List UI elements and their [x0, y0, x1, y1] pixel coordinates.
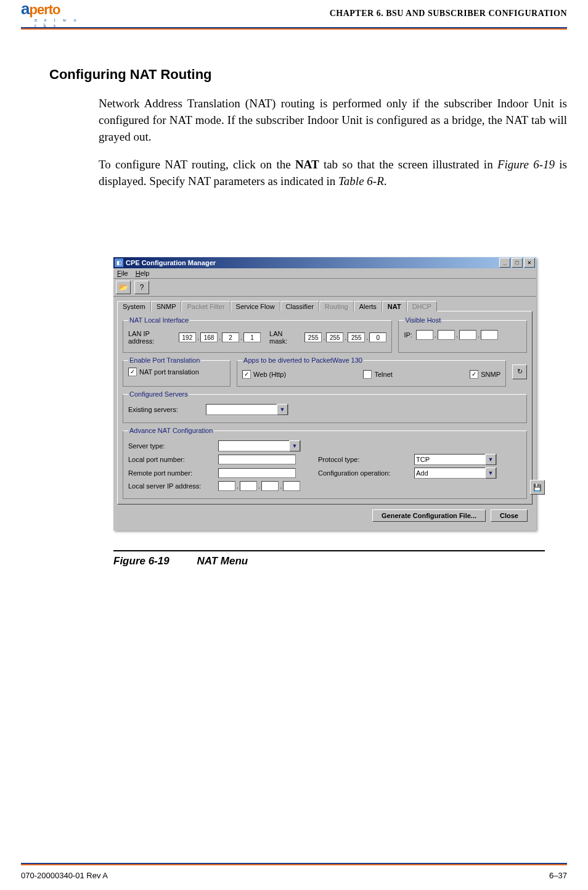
lan-ip-label: LAN IP address: — [128, 330, 175, 345]
section-title: Configuring NAT Routing — [49, 67, 567, 83]
tab-service-flow[interactable]: Service Flow — [231, 301, 280, 311]
figure-caption: Figure 6-19 NAT Menu — [113, 555, 567, 567]
header-rule — [21, 27, 567, 30]
help-icon[interactable]: ? — [134, 281, 149, 294]
visible-host-ip-label: IP: — [404, 331, 412, 339]
visible-host-ip-input[interactable]: . . . — [416, 330, 498, 340]
logo: aperto n e t w o r k s — [21, 2, 88, 25]
server-type-combo[interactable]: ▼ — [218, 440, 301, 451]
existing-servers-combo[interactable]: ▼ — [206, 404, 288, 415]
group-apps-divert: Apps to be diverted to PacketWave 130 ✓ … — [237, 356, 506, 387]
telnet-checkbox[interactable]: Telnet — [363, 370, 392, 379]
doc-id: 070-20000340-01 Rev A — [21, 871, 108, 880]
tab-alerts[interactable]: Alerts — [354, 301, 382, 311]
config-op-label: Configuration operation: — [318, 469, 410, 477]
chevron-down-icon[interactable]: ▼ — [289, 440, 300, 451]
group-nat-local-interface: NAT Local Interface LAN IP address: . . … — [123, 316, 392, 353]
page-header: aperto n e t w o r k s CHAPTER 6. BSU AN… — [21, 0, 567, 30]
tab-classifier[interactable]: Classifier — [280, 301, 319, 311]
tab-snmp[interactable]: SNMP — [151, 301, 182, 311]
footer-rule — [21, 863, 567, 865]
server-type-label: Server type: — [128, 442, 214, 450]
local-server-ip-label: Local server IP address: — [128, 482, 214, 490]
paragraph-2: To configure NAT routing, click on the N… — [99, 156, 567, 189]
remote-port-input[interactable] — [218, 468, 296, 478]
local-port-input[interactable] — [218, 455, 296, 464]
refresh-icon[interactable]: ↻ — [512, 365, 527, 379]
config-op-combo[interactable]: ▼ — [414, 468, 497, 479]
toolbar: 📂 ? — [113, 279, 536, 297]
page-footer: 070-20000340-01 Rev A 6–37 — [21, 871, 567, 880]
lan-ip-input[interactable]: . . . — [179, 332, 261, 342]
protocol-type-label: Protocol type: — [318, 456, 410, 463]
open-icon[interactable]: 📂 — [116, 281, 131, 294]
menu-file[interactable]: File — [117, 270, 128, 277]
tab-system[interactable]: System — [117, 301, 151, 311]
remote-port-label: Remote port number: — [128, 469, 214, 477]
paragraph-1: Network Address Translation (NAT) routin… — [99, 95, 567, 145]
local-port-label: Local port number: — [128, 456, 214, 463]
local-server-ip-input[interactable]: . . . — [218, 481, 300, 491]
group-configured-servers: Configured Servers Existing servers: ▼ — [123, 390, 527, 423]
protocol-type-combo[interactable]: ▼ — [414, 454, 497, 465]
group-advance-nat: Advance NAT Configuration Server type: ▼… — [123, 427, 527, 499]
nat-port-translation-checkbox[interactable]: ✓ NAT port translation — [128, 368, 199, 376]
figure-rule — [113, 550, 545, 551]
window-title: CPE Configuration Manager — [126, 259, 216, 266]
menu-help[interactable]: Help — [136, 270, 150, 277]
group-visible-host: Visible Host IP: . . . — [398, 316, 527, 353]
close-button[interactable]: Close — [491, 509, 528, 522]
system-icon: ◧ — [115, 258, 123, 267]
tabs: System SNMP Packet Filter Service Flow C… — [117, 300, 533, 311]
titlebar: ◧ CPE Configuration Manager _ □ × — [113, 257, 536, 268]
page-number: 6–37 — [549, 871, 567, 880]
tab-packet-filter: Packet Filter — [181, 301, 230, 311]
tab-routing: Routing — [319, 301, 354, 311]
button-bar: Generate Configuration File... Close — [117, 505, 533, 527]
chevron-down-icon[interactable]: ▼ — [485, 454, 496, 465]
maximize-button[interactable]: □ — [512, 258, 523, 268]
snmp-checkbox[interactable]: ✓ SNMP — [470, 370, 500, 379]
app-window: ◧ CPE Configuration Manager _ □ × File H… — [113, 257, 536, 530]
tab-nat[interactable]: NAT — [382, 301, 407, 311]
chevron-down-icon[interactable]: ▼ — [277, 404, 288, 415]
chevron-down-icon[interactable]: ▼ — [485, 468, 496, 479]
menubar: File Help — [113, 268, 536, 279]
close-window-button[interactable]: × — [524, 258, 535, 268]
save-icon[interactable]: 💾 — [530, 480, 545, 495]
chapter-header: CHAPTER 6. BSU AND SUBSCRIBER CONFIGURAT… — [330, 9, 567, 19]
web-http-checkbox[interactable]: ✓ Web (Http) — [242, 370, 286, 379]
lan-mask-input[interactable]: . . . — [304, 332, 386, 342]
minimize-button[interactable]: _ — [499, 258, 510, 268]
tab-dhcp: DHCP — [407, 301, 437, 311]
generate-config-button[interactable]: Generate Configuration File... — [372, 509, 486, 522]
tab-panel-nat: NAT Local Interface LAN IP address: . . … — [117, 311, 533, 505]
existing-servers-label: Existing servers: — [128, 406, 202, 413]
group-enable-port-translation: Enable Port Translation ✓ NAT port trans… — [123, 356, 231, 387]
lan-mask-label: LAN mask: — [269, 330, 301, 345]
